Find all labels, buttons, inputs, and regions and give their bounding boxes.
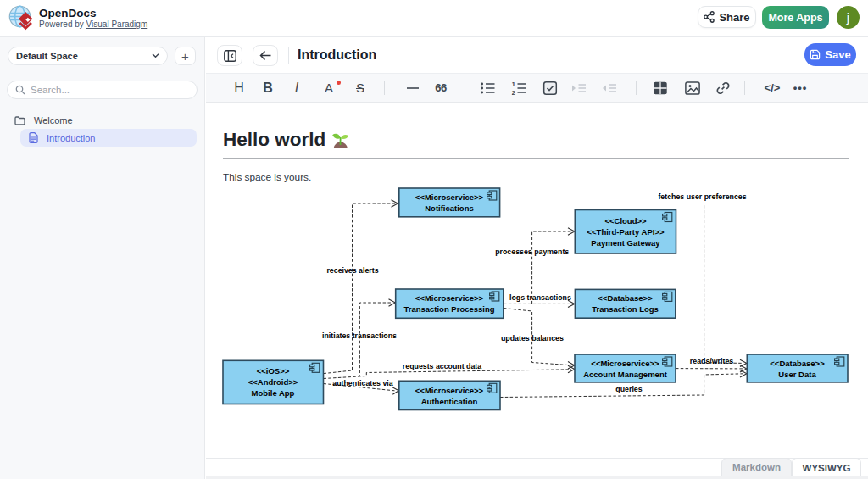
svg-text:Transaction Logs: Transaction Logs: [592, 304, 659, 314]
svg-text:<<Third-Party API>>: <<Third-Party API>>: [587, 227, 665, 237]
svg-text:<<Microservice>>: <<Microservice>>: [591, 359, 659, 368]
svg-text:queries: queries: [615, 385, 642, 393]
svg-text:<<Cloud>>: <<Cloud>>: [604, 216, 647, 226]
svg-text:<<Database>>: <<Database>>: [770, 359, 825, 368]
svg-text:receives alerts: receives alerts: [326, 266, 378, 275]
svg-text:requests account data: requests account data: [403, 362, 481, 370]
svg-text:<<Microservice>>: <<Microservice>>: [415, 386, 484, 395]
svg-text:<<Microservice>>: <<Microservice>>: [415, 192, 484, 202]
svg-text:processes payments: processes payments: [495, 248, 569, 256]
svg-text:<<Microservice>>: <<Microservice>>: [415, 293, 484, 303]
svg-text:Account Management: Account Management: [583, 370, 668, 379]
svg-text:initiates transactions: initiates transactions: [322, 331, 397, 340]
svg-text:reads/writes: reads/writes: [690, 357, 733, 365]
svg-text:<<Database>>: <<Database>>: [598, 293, 653, 303]
svg-text:User Data: User Data: [778, 370, 816, 379]
svg-text:Transaction Processing: Transaction Processing: [403, 304, 494, 314]
svg-text:fetches user preferences: fetches user preferences: [658, 192, 746, 201]
svg-text:2: 2: [512, 88, 516, 96]
svg-text:<<iOS>>: <<iOS>>: [257, 366, 290, 376]
svg-text:Mobile App: Mobile App: [252, 388, 295, 398]
svg-text:1: 1: [512, 81, 516, 88]
svg-text:<<Android>>: <<Android>>: [248, 377, 298, 387]
svg-text:Payment Gateway: Payment Gateway: [591, 238, 660, 248]
svg-text:authenticates via: authenticates via: [332, 379, 392, 387]
svg-text:Authentication: Authentication: [421, 397, 478, 406]
svg-text:updates balances: updates balances: [501, 334, 564, 343]
svg-text:Notifications: Notifications: [425, 203, 474, 213]
svg-text:logs transactions: logs transactions: [509, 293, 571, 302]
